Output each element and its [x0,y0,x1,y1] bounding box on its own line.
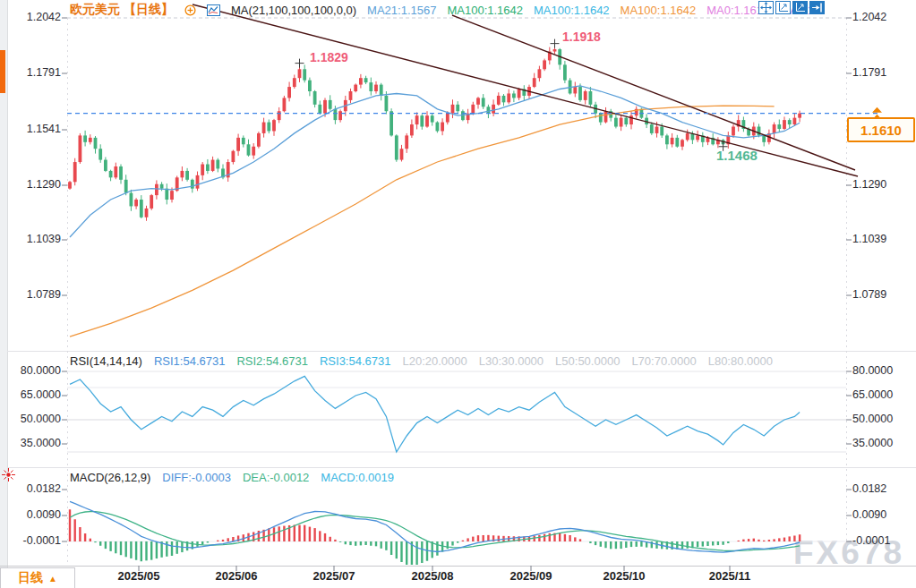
rsi-axis-label: 80.0000 [13,364,61,377]
period-selector-button[interactable]: 日线 ▲ [0,567,75,588]
indicator-chart-icon[interactable] [207,4,220,16]
ma100-value-2: MA100:1.1642 [534,4,610,17]
x-axis-month: 2025/08 [392,569,473,583]
x-axis-month: 2025/09 [491,569,571,583]
price-axis-label: 1.1290 [852,178,901,191]
macd-dea-value: DEA:-0.0012 [243,471,309,484]
macd-name: MACD(26,12,9) [70,471,150,484]
rsi-axis-label: 35.0000 [852,437,901,449]
macd-axis-label: -0.0001 [852,534,901,547]
ma-settings-label: MA(21,100,100,100,0,0) [231,4,356,17]
x-axis-month: 2025/07 [294,569,374,583]
price-axis-label: 1.1039 [852,233,901,245]
rsi1-value: RSI1:54.6731 [154,354,226,368]
ma100-value-3: MA100:1.1642 [621,4,697,17]
price-axis-label: 1.1290 [13,178,61,191]
x-axis-month: 2025/10 [584,569,664,583]
axis-zoom-active-icon[interactable] [792,1,808,14]
pan-icon[interactable] [758,1,774,14]
rsi-axis-label: 50.0000 [13,413,61,425]
rsi3-value: RSI3:54.6731 [320,354,391,368]
swing-low-label: 1.1468 [716,148,758,163]
rsi-axis-label: 50.0000 [852,413,901,425]
ma21-value: MA21:1.1567 [367,4,436,17]
x-axis-month: 2025/05 [98,569,179,583]
rsi-axis-label: 35.0000 [13,437,61,449]
x-axis-month: 2025/11 [689,569,770,583]
axis-zoom-icon[interactable] [775,1,791,14]
chevron-up-icon: ▲ [48,574,57,584]
price-axis-label: 1.0789 [852,288,901,301]
macd-axis-label: -0.0001 [13,534,61,547]
macd-diff-value: DIFF:-0.0003 [162,471,231,484]
price-axis-label: 1.1791 [852,66,901,79]
macd-axis-label: 0.0090 [852,508,901,521]
swing-high-label: 1.1829 [310,50,348,64]
rsi-axis-label: 65.0000 [13,388,61,401]
price-axis-label: 1.1541 [13,123,61,135]
rsi2-value: RSI2:54.6731 [236,354,308,368]
macd-header: MACD(26,12,9) DIFF:-0.0003 DEA:-0.0012 M… [70,471,394,484]
drawing-tool-indicator-icon[interactable] [2,468,15,481]
rsi-name: RSI(14,14,14) [70,354,142,368]
ma100-value-1: MA100:1.1642 [447,4,523,17]
rsi-l70: L70:70.0000 [631,354,696,368]
price-axis-label: 1.1791 [13,66,61,79]
add-indicator-icon[interactable] [184,4,196,16]
price-axis-label: 1.2042 [13,11,61,23]
chart-app-window: 欧元美元 【日线】 MA(21,100,100,100,0,0) MA21:1.… [0,0,916,588]
rsi-l30: L30:30.0000 [479,354,544,368]
macd-axis-label: 0.0182 [13,482,61,495]
rsi-axis-label: 80.0000 [852,364,901,377]
rsi-l80: L80:80.0000 [708,354,773,368]
rsi-axis-label: 65.0000 [852,388,901,401]
macd-axis-label: 0.0182 [852,482,901,495]
price-axis-label: 1.2042 [852,11,901,23]
rsi-header: RSI(14,14,14) RSI1:54.6731 RSI2:54.6731 … [70,354,773,368]
macd-hist-value: MACD:0.0019 [321,471,394,484]
jump-latest-icon[interactable] [809,1,825,14]
swing-high-label: 1.1918 [562,30,601,44]
macd-axis-label: 0.0090 [13,508,61,521]
rsi-l50: L50:50.0000 [555,354,620,368]
x-axis-month: 2025/06 [196,569,277,583]
price-axis-label: 1.0789 [13,288,61,301]
rsi-l20: L20:20.0000 [402,354,467,368]
period-label: 日线 [18,570,43,586]
chart-canvas[interactable] [0,0,916,588]
chart-legend: 欧元美元 【日线】 MA(21,100,100,100,0,0) MA21:1.… [70,2,824,18]
symbol-title: 欧元美元 【日线】 [70,2,174,18]
chart-toolbar [758,1,825,14]
price-axis-label: 1.1039 [13,233,61,245]
current-price-badge: 1.1610 [847,117,915,142]
